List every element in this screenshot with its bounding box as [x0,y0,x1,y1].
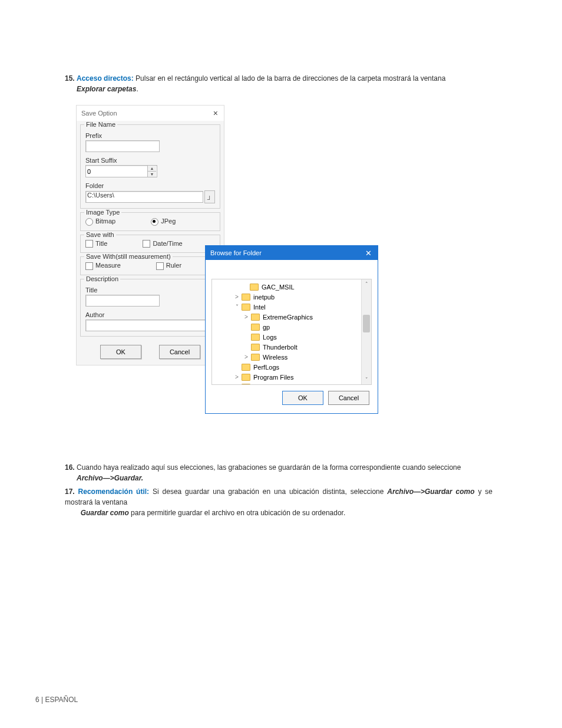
tree-node[interactable]: Thunderbolt [217,342,369,352]
cancel-button[interactable]: Cancel [159,345,200,359]
scroll-up-icon[interactable]: ˄ [362,279,371,289]
folder-icon [251,354,260,361]
tree-node-label: PerfLogs [253,364,279,371]
close-icon[interactable]: ✕ [363,249,374,258]
browse-button[interactable]: ┘ [204,190,215,203]
label-prefix: Prefix [85,132,215,139]
ok-button[interactable]: OK [100,345,141,359]
group-filename: File Name Prefix Start Suffix ▲ ▼ Folder… [80,124,220,209]
check-title-label: Title [95,240,107,247]
tree-node[interactable]: >ExtremeGraphics [217,312,369,322]
check-datetime[interactable]: Date/Time [143,240,182,248]
folder-icon [242,294,250,301]
tree-node-label: Program Files (x86) [253,384,310,386]
tree-node-label: Program Files [253,374,293,381]
title-input[interactable] [85,295,160,307]
chevron-down-icon[interactable]: ˅ [233,304,240,310]
radio-jpeg[interactable]: JPeg [151,218,176,226]
item-bold: Archivo—>Guardar como [387,487,474,496]
tree-node[interactable]: >Program Files [217,372,369,382]
label-author: Author [85,311,215,318]
check-ruler-label: Ruler [166,262,181,269]
legend-still: Save With(still measurement) [84,253,173,260]
legend-description: Description [84,275,120,282]
tree-node-label: Intel [253,304,266,311]
folder-icon [251,334,260,341]
item-text: Pulsar en el rectángulo vertical al lado… [135,74,445,83]
close-icon[interactable]: × [211,108,220,118]
folder-icon [251,314,260,321]
check-datetime-label: Date/Time [153,240,182,247]
label-suffix: Start Suffix [85,157,215,164]
item-bold: Guardar como [81,509,129,517]
legend-imagetype: Image Type [84,209,121,216]
group-still: Save With(still measurement) Measure Rul… [80,256,220,275]
item-text: Cuando haya realizado aquí sus eleccione… [77,463,461,472]
author-input[interactable] [85,319,213,331]
tree-node[interactable]: >inetpub [217,292,369,302]
save-window-title: Save Option [81,110,117,117]
item-text: Si desea guardar una grabación en una ub… [153,487,384,496]
scroll-down-icon[interactable]: ˅ [362,375,371,384]
group-savewith: Save with Title Date/Time [80,235,220,253]
item-heading: Acceso directos: [77,74,134,83]
doc-item-15: 15. Acceso directos: Pulsar en el rectán… [65,73,492,94]
browse-titlebar[interactable]: Browse for Folder ✕ [206,246,378,260]
scrollbar[interactable]: ˄ ˅ [361,279,371,384]
item-heading: Recomendación útil: [78,487,150,496]
folder-icon [242,364,250,371]
label-title: Title [85,286,215,294]
folder-icon [242,304,250,311]
radio-jpeg-label: JPeg [161,218,176,225]
tree-node-label: Thunderbolt [263,344,297,351]
chevron-right-icon[interactable]: > [233,294,240,300]
item-bold: Archivo—>Guardar. [77,474,143,482]
check-ruler[interactable]: Ruler [156,262,181,270]
spin-down-icon[interactable]: ▼ [147,172,156,177]
legend-savewith: Save with [84,231,116,238]
tree-node-label: inetpub [253,294,275,301]
folder-tree: GAC_MSIL>inetpub˅Intel>ExtremeGraphicsgp… [211,279,372,385]
check-measure-label: Measure [95,262,121,269]
radio-bitmap[interactable]: Bitmap [85,218,115,226]
folder-icon [242,384,250,386]
chevron-right-icon[interactable]: > [243,314,250,320]
tree-node-label: Logs [263,334,277,341]
legend-filename: File Name [84,121,117,128]
group-imagetype: Image Type Bitmap JPeg [80,212,220,231]
save-titlebar[interactable]: Save Option × [77,106,224,121]
tree-node-label: GAC_MSIL [262,284,295,291]
browse-folder-window: Browse for Folder ✕ GAC_MSIL>inetpub˅Int… [205,245,378,414]
scroll-thumb[interactable] [363,315,370,332]
group-description: Description Title Author [80,279,220,337]
check-title[interactable]: Title [85,240,107,248]
suffix-stepper[interactable]: ▲ ▼ [85,165,157,177]
label-folder: Folder [85,182,215,189]
spin-up-icon[interactable]: ▲ [147,166,156,172]
doc-item-17: 17. Recomendación útil: Si desea guardar… [65,486,492,518]
prefix-input[interactable] [85,140,160,152]
tree-node[interactable]: gp [217,322,369,332]
tree-node[interactable]: >Wireless [217,352,369,362]
chevron-right-icon[interactable]: > [233,384,240,385]
tree-node[interactable]: >Program Files (x86) [217,382,369,385]
folder-input[interactable]: C:\Users\ [85,191,203,203]
tree-node[interactable]: ˅Intel [217,302,369,312]
folder-icon [250,284,259,291]
tree-node[interactable]: Logs [217,332,369,342]
item-number: 15. [65,74,75,83]
tree-node[interactable]: PerfLogs [217,362,369,372]
tree-node[interactable]: GAC_MSIL [217,282,369,292]
browse-cancel-button[interactable]: Cancel [328,391,369,405]
chevron-right-icon[interactable]: > [243,354,250,360]
folder-icon [251,344,260,351]
tree-node-label: Wireless [263,354,287,361]
chevron-right-icon[interactable]: > [233,374,240,380]
doc-item-16: 16. Cuando haya realizado aquí sus elecc… [65,462,492,483]
browse-window-title: Browse for Folder [210,249,262,256]
browse-ok-button[interactable]: OK [282,391,323,405]
radio-bitmap-label: Bitmap [95,218,115,225]
suffix-input[interactable] [86,166,147,177]
save-option-window: Save Option × File Name Prefix Start Suf… [76,105,224,365]
check-measure[interactable]: Measure [85,262,121,270]
